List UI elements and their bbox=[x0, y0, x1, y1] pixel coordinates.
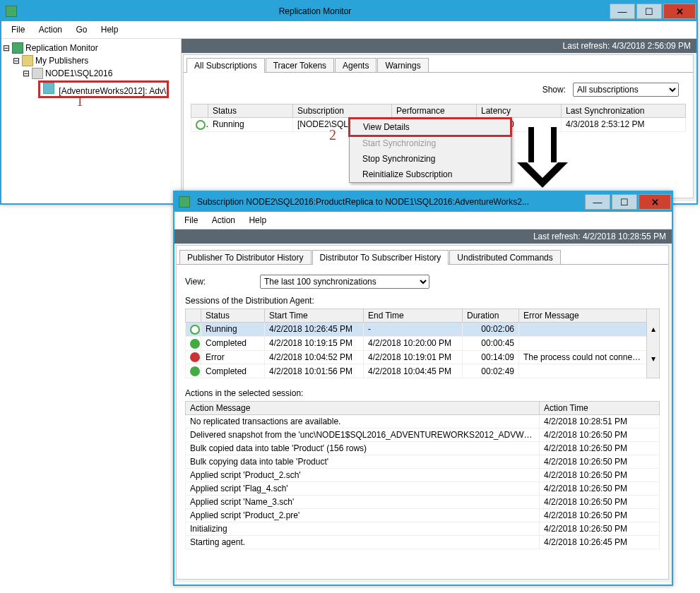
highlight-box-2: View Details bbox=[348, 117, 512, 137]
session-row[interactable]: Error 4/2/2018 10:04:52 PM 4/2/2018 10:1… bbox=[186, 350, 660, 364]
menubar: File Action Help bbox=[174, 212, 672, 229]
app-icon bbox=[179, 196, 190, 208]
action-row[interactable]: Bulk copying data into table 'Product'4/… bbox=[186, 455, 660, 469]
minimize-button[interactable]: — bbox=[585, 194, 610, 210]
col-latency[interactable]: Latency bbox=[477, 104, 562, 118]
status-error-icon bbox=[190, 352, 200, 362]
session-row[interactable]: Running 4/2/2018 10:26:45 PM - 00:02:06 bbox=[186, 323, 660, 337]
minimize-button[interactable]: — bbox=[610, 4, 635, 19]
col-error[interactable]: Error Message bbox=[519, 309, 647, 323]
publication-icon bbox=[43, 83, 54, 94]
view-select[interactable]: The last 100 synchronizations bbox=[260, 275, 429, 289]
status-running-icon bbox=[190, 325, 200, 335]
grid-header-row: Status Start Time End Time Duration Erro… bbox=[186, 309, 660, 323]
action-row[interactable]: Delivered snapshot from the 'unc\NODE1$S… bbox=[186, 429, 660, 442]
tab-agents[interactable]: Agents bbox=[335, 58, 376, 73]
titlebar[interactable]: Replication Monitor — ☐ ✕ bbox=[1, 1, 696, 21]
collapse-icon[interactable]: ⊟ bbox=[23, 68, 30, 78]
monitor-icon bbox=[12, 42, 23, 54]
last-refresh-bar: Last refresh: 4/3/2018 2:56:09 PM bbox=[182, 39, 696, 53]
col-performance[interactable]: Performance bbox=[392, 104, 477, 118]
menu-go[interactable]: Go bbox=[70, 23, 93, 36]
ctx-view-details[interactable]: View Details bbox=[350, 119, 510, 135]
action-row[interactable]: Applied script 'Name_3.sch'4/2/2018 10:2… bbox=[186, 496, 660, 509]
server-icon bbox=[32, 68, 43, 79]
menu-action[interactable]: Action bbox=[206, 214, 241, 227]
tab-pub-to-dist[interactable]: Publisher To Distributor History bbox=[179, 250, 312, 265]
ctx-start-sync: Start Synchronizing bbox=[350, 136, 511, 151]
window-controls: — ☐ ✕ bbox=[609, 2, 696, 20]
maximize-button[interactable]: ☐ bbox=[636, 4, 662, 19]
folder-icon bbox=[22, 55, 33, 66]
collapse-icon[interactable]: ⊟ bbox=[13, 56, 20, 66]
collapse-icon[interactable]: ⊟ bbox=[3, 43, 10, 53]
col-end[interactable]: End Time bbox=[364, 309, 463, 323]
tree-root[interactable]: ⊟ Replication Monitor bbox=[3, 42, 179, 54]
tree-publication-label: [AdventureWorks2012]: Adv\ bbox=[59, 86, 166, 96]
menu-action[interactable]: Action bbox=[33, 23, 68, 36]
subscription-detail-window: Subscription NODE2\SQL2016:ProductReplic… bbox=[173, 191, 673, 586]
ctx-reinitialize[interactable]: Reinitialize Subscription bbox=[350, 167, 511, 182]
col-action-msg[interactable]: Action Message bbox=[186, 402, 540, 415]
status-running-icon bbox=[196, 120, 206, 130]
cell-status: Running bbox=[208, 118, 293, 132]
replication-monitor-window: Replication Monitor — ☐ ✕ File Action Go… bbox=[0, 0, 698, 205]
close-button[interactable]: ✕ bbox=[663, 4, 696, 19]
menubar: File Action Go Help bbox=[1, 21, 696, 39]
last-refresh-bar: Last refresh: 4/2/2018 10:28:55 PM bbox=[174, 229, 672, 244]
menu-file[interactable]: File bbox=[6, 23, 30, 36]
action-row[interactable]: Applied script 'Product_2.sch'4/2/2018 1… bbox=[186, 469, 660, 482]
tab-tracer-tokens[interactable]: Tracer Tokens bbox=[266, 58, 334, 73]
tree-publishers-label: My Publishers bbox=[35, 56, 88, 66]
col-status[interactable]: Status bbox=[208, 104, 293, 118]
status-ok-icon bbox=[190, 339, 200, 349]
tree-server[interactable]: ⊟ NODE1\SQL2016 bbox=[3, 67, 179, 80]
col-icon[interactable] bbox=[191, 104, 208, 118]
action-row[interactable]: No replicated transactions are available… bbox=[186, 415, 660, 429]
tab-warnings[interactable]: Warnings bbox=[377, 58, 428, 73]
status-ok-icon bbox=[190, 366, 200, 376]
col-status[interactable]: Status bbox=[201, 309, 265, 323]
tab-undist-cmds[interactable]: Undistributed Commands bbox=[449, 250, 560, 265]
tab-all-subscriptions[interactable]: All Subscriptions bbox=[186, 58, 265, 73]
app-icon bbox=[6, 6, 17, 17]
col-duration[interactable]: Duration bbox=[463, 309, 519, 323]
tab-dist-to-sub[interactable]: Distributor To Subscriber History bbox=[312, 250, 449, 265]
show-select[interactable]: All subscriptions bbox=[573, 83, 679, 97]
action-row[interactable]: Starting agent.4/2/2018 10:26:45 PM bbox=[186, 536, 660, 549]
actions-label: Actions in the selected session: bbox=[185, 388, 660, 398]
window-title: Subscription NODE2\SQL2016:ProductReplic… bbox=[194, 197, 584, 207]
titlebar[interactable]: Subscription NODE2\SQL2016:ProductReplic… bbox=[174, 192, 672, 212]
main-pane: Last refresh: 4/3/2018 2:56:09 PM All Su… bbox=[182, 39, 696, 201]
maximize-button[interactable]: ☐ bbox=[612, 194, 637, 210]
session-row[interactable]: Completed 4/2/2018 10:01:56 PM 4/2/2018 … bbox=[186, 364, 660, 378]
grid-header-row: Action Message Action Time bbox=[186, 402, 660, 415]
close-button[interactable]: ✕ bbox=[639, 194, 671, 210]
session-row[interactable]: Completed 4/2/2018 10:19:15 PM 4/2/2018 … bbox=[186, 336, 660, 350]
arrow-down-icon bbox=[528, 127, 568, 188]
sessions-grid: Status Start Time End Time Duration Erro… bbox=[185, 309, 660, 378]
action-row[interactable]: Bulk copied data into table 'Product' (1… bbox=[186, 442, 660, 455]
tree-publishers[interactable]: ⊟ My Publishers bbox=[3, 54, 179, 67]
actions-grid: Action Message Action Time No replicated… bbox=[185, 401, 660, 549]
tab-strip: Publisher To Distributor History Distrib… bbox=[177, 250, 668, 265]
tree-publication[interactable]: [AdventureWorks2012]: Adv\ bbox=[3, 80, 179, 99]
menu-help[interactable]: Help bbox=[243, 214, 272, 227]
last-refresh-text: Last refresh: 4/2/2018 10:28:55 PM bbox=[533, 232, 666, 241]
tree-pane: ⊟ Replication Monitor ⊟ My Publishers ⊟ … bbox=[1, 39, 182, 201]
last-refresh-text: Last refresh: 4/3/2018 2:56:09 PM bbox=[563, 41, 691, 51]
grid-header-row: Status Subscription Performance Latency … bbox=[191, 104, 686, 118]
action-row[interactable]: Applied script 'Flag_4.sch'4/2/2018 10:2… bbox=[186, 482, 660, 496]
action-row[interactable]: Applied script 'Product_2.pre'4/2/2018 1… bbox=[186, 509, 660, 522]
window-controls: — ☐ ✕ bbox=[584, 193, 672, 211]
menu-file[interactable]: File bbox=[179, 214, 203, 227]
col-start[interactable]: Start Time bbox=[265, 309, 364, 323]
show-label: Show: bbox=[542, 85, 566, 95]
col-subscription[interactable]: Subscription bbox=[293, 104, 392, 118]
col-action-time[interactable]: Action Time bbox=[540, 402, 660, 415]
menu-help[interactable]: Help bbox=[95, 23, 124, 36]
scrollbar[interactable]: ▴▾ bbox=[647, 309, 660, 378]
action-row[interactable]: Initializing4/2/2018 10:26:50 PM bbox=[186, 522, 660, 536]
col-last-sync[interactable]: Last Synchronization bbox=[562, 104, 686, 118]
ctx-stop-sync[interactable]: Stop Synchronizing bbox=[350, 151, 511, 167]
